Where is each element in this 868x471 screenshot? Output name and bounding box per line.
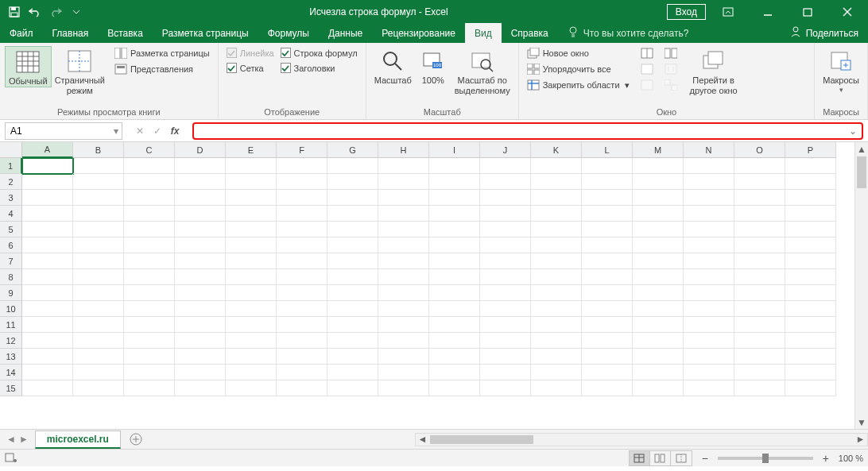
row-header[interactable]: 5 <box>0 222 22 237</box>
formula-input[interactable]: ⌄ <box>192 122 863 140</box>
cell[interactable] <box>633 317 684 333</box>
cell[interactable] <box>582 206 633 222</box>
cell[interactable] <box>480 158 531 174</box>
syncscroll-button[interactable] <box>661 62 680 76</box>
add-sheet-button[interactable] <box>127 430 145 448</box>
cell[interactable] <box>684 269 734 285</box>
tab-pagelayout[interactable]: Разметка страницы <box>153 23 258 43</box>
cell[interactable] <box>378 333 429 349</box>
cell[interactable] <box>734 190 785 206</box>
cell[interactable] <box>22 190 73 206</box>
tab-formulas[interactable]: Формулы <box>258 23 319 43</box>
cell[interactable] <box>531 285 582 301</box>
cell[interactable] <box>226 206 277 222</box>
cell[interactable] <box>734 174 785 190</box>
scroll-right-icon[interactable]: ► <box>854 434 867 446</box>
column-header[interactable]: M <box>633 142 684 158</box>
cell[interactable] <box>480 380 531 396</box>
cell[interactable] <box>429 301 480 317</box>
cell[interactable] <box>22 285 73 301</box>
fx-icon[interactable]: fx <box>167 123 183 139</box>
cell[interactable] <box>429 206 480 222</box>
zoom-out-button[interactable]: − <box>699 452 711 465</box>
undo-icon[interactable] <box>25 2 45 21</box>
cell[interactable] <box>378 158 429 174</box>
cell[interactable] <box>633 380 684 396</box>
cell[interactable] <box>277 365 327 380</box>
cell[interactable] <box>734 285 785 301</box>
cell[interactable] <box>684 317 734 333</box>
row-header[interactable]: 4 <box>0 206 22 222</box>
cell[interactable] <box>582 158 633 174</box>
cell[interactable] <box>73 158 124 174</box>
cell[interactable] <box>633 190 684 206</box>
cell[interactable] <box>684 333 734 349</box>
column-header[interactable]: L <box>582 142 633 158</box>
cell[interactable] <box>633 222 684 237</box>
row-header[interactable]: 11 <box>0 317 22 333</box>
cell[interactable] <box>22 380 73 396</box>
pagebreak-status-button[interactable] <box>671 451 692 465</box>
cell[interactable] <box>684 380 734 396</box>
column-header[interactable]: F <box>277 142 327 158</box>
cell[interactable] <box>22 301 73 317</box>
cell[interactable] <box>175 206 226 222</box>
cell[interactable] <box>429 333 480 349</box>
cell[interactable] <box>531 380 582 396</box>
cell[interactable] <box>684 253 734 269</box>
column-header[interactable]: G <box>327 142 378 158</box>
cell[interactable] <box>22 237 73 253</box>
cell[interactable] <box>226 333 277 349</box>
cell[interactable] <box>175 174 226 190</box>
cell[interactable] <box>531 174 582 190</box>
cell[interactable] <box>785 333 836 349</box>
cell[interactable] <box>531 206 582 222</box>
cell[interactable] <box>531 349 582 365</box>
cell[interactable] <box>226 380 277 396</box>
macros-button[interactable]: Макросы ▾ <box>820 46 862 94</box>
cell[interactable] <box>429 158 480 174</box>
cell[interactable] <box>378 301 429 317</box>
cell[interactable] <box>531 222 582 237</box>
cell[interactable] <box>633 365 684 380</box>
cell[interactable] <box>734 269 785 285</box>
cell[interactable] <box>73 253 124 269</box>
pagebreak-view-button[interactable]: Страничный режим <box>52 46 108 96</box>
cell[interactable] <box>480 206 531 222</box>
cell[interactable] <box>277 174 327 190</box>
cell[interactable] <box>734 206 785 222</box>
cell[interactable] <box>785 317 836 333</box>
cell[interactable] <box>22 333 73 349</box>
scroll-left-icon[interactable]: ◄ <box>416 434 429 446</box>
cell[interactable] <box>633 237 684 253</box>
cell[interactable] <box>226 190 277 206</box>
cell[interactable] <box>378 317 429 333</box>
cell[interactable] <box>73 222 124 237</box>
cell[interactable] <box>73 365 124 380</box>
cell[interactable] <box>226 253 277 269</box>
cell[interactable] <box>531 158 582 174</box>
cell[interactable] <box>633 253 684 269</box>
cell[interactable] <box>124 285 175 301</box>
cell[interactable] <box>124 317 175 333</box>
cell[interactable] <box>378 190 429 206</box>
row-header[interactable]: 7 <box>0 253 22 269</box>
cell[interactable] <box>124 174 175 190</box>
cell[interactable] <box>582 380 633 396</box>
cell[interactable] <box>124 349 175 365</box>
row-header[interactable]: 1 <box>0 158 22 174</box>
cell[interactable] <box>785 380 836 396</box>
vertical-scrollbar[interactable]: ▲ ▼ <box>854 142 868 429</box>
cell[interactable] <box>327 222 378 237</box>
cell[interactable] <box>327 365 378 380</box>
cell[interactable] <box>684 206 734 222</box>
cell[interactable] <box>226 222 277 237</box>
cell[interactable] <box>480 285 531 301</box>
horizontal-scrollbar[interactable]: ◄ ► <box>415 433 868 446</box>
cell[interactable] <box>327 237 378 253</box>
cell[interactable] <box>277 253 327 269</box>
tab-home[interactable]: Главная <box>43 23 99 43</box>
name-box[interactable]: A1 ▾ <box>5 122 122 140</box>
cell[interactable] <box>531 301 582 317</box>
cell[interactable] <box>429 174 480 190</box>
